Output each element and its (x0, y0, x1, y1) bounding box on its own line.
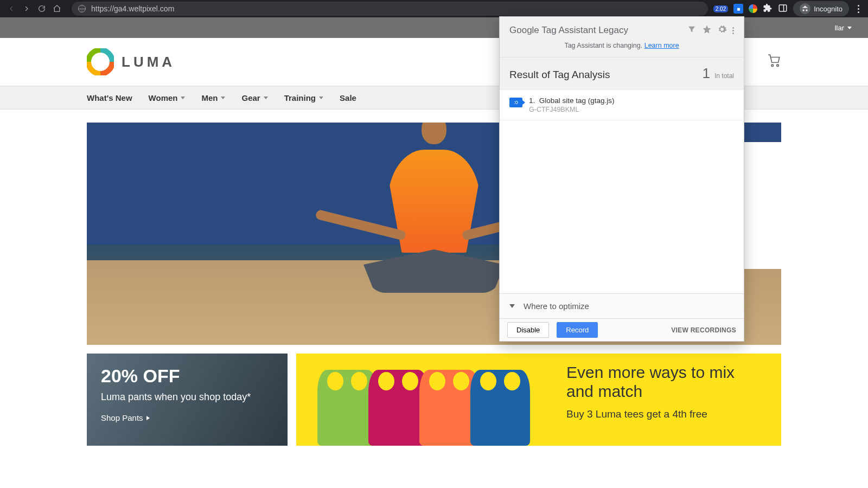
toolbar-right: 2.02 ■ Incognito (713, 1, 863, 16)
promo-pants-headline: 20% OFF (101, 365, 273, 387)
more-menu-icon[interactable] (732, 26, 734, 35)
site-logo[interactable]: LUMA (87, 48, 175, 75)
chevron-right-icon (146, 416, 150, 420)
nav-whats-new[interactable]: What's New (87, 93, 132, 102)
promo-tees-headline: Even more ways to mix and match (566, 363, 766, 401)
gear-icon[interactable] (717, 24, 727, 36)
tag-list-item[interactable]: :0 1. Global site tag (gtag.js) G-CTFJ49… (500, 90, 744, 120)
result-count: 1 (703, 65, 710, 82)
view-recordings-link[interactable]: VIEW RECORDINGS (671, 326, 736, 334)
promo-tees[interactable]: Even more ways to mix and match Buy 3 Lu… (296, 354, 781, 446)
tag-assistant-popup: Google Tag Assistant Legacy Tag Assistan… (499, 16, 744, 342)
svg-point-4 (777, 65, 778, 66)
forward-button[interactable] (21, 3, 33, 15)
tag-name: 1. Global site tag (gtag.js) (529, 97, 615, 105)
browser-toolbar: https://ga4.weltpixel.com 2.02 ■ Incogni… (0, 0, 868, 17)
filter-icon[interactable] (687, 24, 697, 36)
result-heading: Result of Tag Analysis (509, 69, 610, 81)
promo-row: 20% OFF Luma pants when you shop today* … (87, 354, 781, 446)
reload-button[interactable] (36, 3, 48, 15)
tag-analysis-summary: Result of Tag Analysis 1 In total (500, 57, 744, 90)
disable-button[interactable]: Disable (507, 322, 549, 338)
incognito-icon (800, 3, 810, 14)
optimize-label: Where to optimize (524, 301, 589, 311)
currency-switcher[interactable]: llar (835, 24, 852, 32)
nav-gear[interactable]: Gear (241, 93, 267, 102)
cart-button[interactable] (767, 54, 781, 70)
chrome-extension-icon[interactable] (749, 4, 757, 13)
chevron-down-icon (509, 304, 515, 308)
home-button[interactable] (51, 3, 63, 15)
nav-women[interactable]: Women (149, 93, 186, 102)
site-info-icon[interactable] (78, 5, 86, 12)
logo-mark-icon (87, 48, 114, 75)
where-to-optimize-toggle[interactable]: Where to optimize (500, 293, 744, 319)
tag-badge-icon: :0 (509, 98, 522, 107)
promo-tees-image (296, 354, 551, 446)
browser-menu-button[interactable] (854, 5, 863, 13)
promo-tees-body: Buy 3 Luma tees get a 4th free (566, 408, 766, 420)
star-icon[interactable] (702, 24, 712, 36)
svg-point-3 (771, 65, 773, 66)
side-panel-icon[interactable] (778, 3, 788, 15)
tag-id: G-CTFJ49BKML (529, 106, 615, 113)
nav-men[interactable]: Men (201, 93, 225, 102)
incognito-label: Incognito (814, 5, 843, 13)
tag-assistant-header: Google Tag Assistant Legacy Tag Assistan… (500, 17, 744, 57)
result-count-label: In total (714, 72, 734, 80)
learn-more-link[interactable]: Learn more (644, 42, 679, 49)
promo-pants-body: Luma pants when you shop today* (101, 391, 273, 403)
tag-assistant-title: Google Tag Assistant Legacy (509, 25, 628, 36)
hero-image (353, 139, 515, 345)
logo-text: LUMA (122, 54, 175, 70)
extensions-menu-icon[interactable] (763, 3, 773, 15)
extension-badge[interactable]: 2.02 (713, 5, 728, 12)
nav-sale[interactable]: Sale (340, 93, 356, 102)
chevron-down-icon (264, 97, 268, 99)
record-button[interactable]: Record (557, 322, 598, 338)
chevron-down-icon (221, 97, 225, 99)
address-bar[interactable]: https://ga4.weltpixel.com (72, 2, 708, 16)
incognito-indicator[interactable]: Incognito (793, 1, 849, 16)
chevron-down-icon (319, 97, 323, 99)
nav-training[interactable]: Training (284, 93, 323, 102)
chevron-down-icon (181, 97, 185, 99)
tag-assistant-extension-icon[interactable]: ■ (733, 4, 743, 14)
back-button[interactable] (5, 3, 17, 15)
tag-assistant-notice: Tag Assistant is changing. Learn more (509, 42, 734, 49)
tag-list: :0 1. Global site tag (gtag.js) G-CTFJ49… (500, 90, 744, 293)
svg-rect-0 (779, 5, 787, 11)
promo-pants[interactable]: 20% OFF Luma pants when you shop today* … (87, 354, 288, 446)
tag-assistant-footer: Disable Record VIEW RECORDINGS (500, 319, 744, 341)
chevron-down-icon (847, 27, 852, 29)
url-text: https://ga4.weltpixel.com (91, 4, 174, 13)
promo-pants-link[interactable]: Shop Pants (101, 413, 150, 422)
currency-label: llar (835, 24, 844, 32)
